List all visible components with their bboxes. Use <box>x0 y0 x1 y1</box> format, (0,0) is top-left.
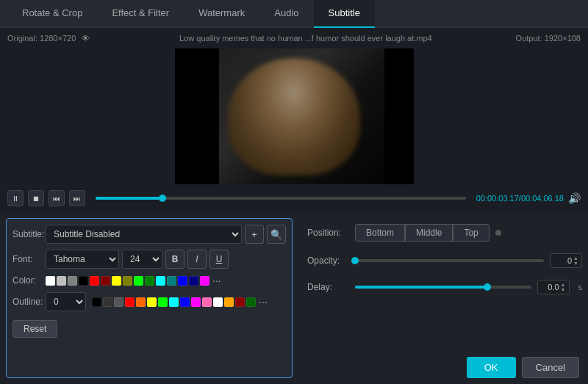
time-display: 00:00:03.17/00:04:06.18 <box>476 194 564 203</box>
cancel-button[interactable]: Cancel <box>522 357 579 378</box>
color-swatch[interactable] <box>112 276 121 286</box>
delay-thumb <box>484 283 491 291</box>
outline-label: Outline: <box>12 297 46 307</box>
opacity-row: Opacity: 0 ▲ ▼ <box>307 253 582 268</box>
delay-label: Delay: <box>307 282 355 292</box>
color-swatch[interactable] <box>79 276 88 286</box>
outline-color-swatch[interactable] <box>191 297 201 307</box>
reset-button[interactable]: Reset <box>12 320 57 338</box>
color-swatch[interactable] <box>200 276 209 286</box>
position-top-button[interactable]: Top <box>453 224 489 242</box>
ok-button[interactable]: OK <box>467 357 516 378</box>
color-swatch[interactable] <box>134 276 143 286</box>
outline-color-swatch[interactable] <box>125 297 135 307</box>
color-swatch[interactable] <box>156 276 165 286</box>
outline-color-swatch[interactable] <box>213 297 223 307</box>
opacity-arrows[interactable]: ▲ ▼ <box>573 256 578 266</box>
video-inner <box>175 48 414 184</box>
video-right-bar <box>384 48 414 184</box>
search-icon: 🔍 <box>270 229 282 240</box>
opacity-thumb <box>351 257 359 264</box>
font-label: Font: <box>12 254 46 264</box>
position-btn-group: Bottom Middle Top <box>355 224 490 242</box>
preview-bar: Original: 1280×720 👁 Low quality memes t… <box>0 28 588 48</box>
opacity-down-arrow[interactable]: ▼ <box>573 261 578 266</box>
opacity-slider-container: 0 ▲ ▼ <box>355 253 582 268</box>
font-row: Font: Tahoma 24 B I U <box>12 250 286 269</box>
position-bottom-button[interactable]: Bottom <box>355 224 405 242</box>
outline-color-swatch[interactable] <box>235 297 245 307</box>
progress-fill <box>96 197 162 200</box>
outline-color-swatch[interactable] <box>158 297 168 307</box>
opacity-slider[interactable] <box>355 259 544 262</box>
outline-color-swatch[interactable] <box>114 297 123 307</box>
outline-color-swatch[interactable] <box>169 297 179 307</box>
position-label: Position: <box>307 228 355 238</box>
outline-color-swatch[interactable] <box>136 297 146 307</box>
opacity-label: Opacity: <box>307 256 355 266</box>
color-swatch[interactable] <box>189 276 198 286</box>
color-swatch[interactable] <box>90 276 99 286</box>
volume-icon[interactable]: 🔊 <box>568 192 581 204</box>
output-size-label: Output: 1920×108 <box>516 34 581 43</box>
subtitle-select[interactable]: Subtitle Disabled <box>46 225 242 244</box>
delay-up-arrow[interactable]: ▲ <box>561 282 566 287</box>
video-frame <box>175 48 414 184</box>
outline-color-swatch[interactable] <box>92 297 101 307</box>
delay-fill <box>355 286 487 289</box>
more-colors-button[interactable]: ··· <box>212 275 221 286</box>
delay-slider[interactable] <box>355 286 531 289</box>
subtitle-label: Subtitle: <box>12 229 46 239</box>
color-swatch[interactable] <box>101 276 110 286</box>
outline-row: Outline: 0 <box>12 292 286 311</box>
outline-select[interactable]: 0 <box>46 292 86 311</box>
font-size-select[interactable]: 24 <box>122 250 162 269</box>
delay-down-arrow[interactable]: ▼ <box>561 287 566 292</box>
next-button[interactable]: ⏭ <box>69 190 85 206</box>
position-row: Position: Bottom Middle Top <box>307 224 582 242</box>
outline-color-swatch[interactable] <box>103 297 112 307</box>
color-swatch[interactable] <box>145 276 154 286</box>
tab-rotate-crop[interactable]: Rotate & Crop <box>7 0 97 28</box>
color-swatch[interactable] <box>123 276 132 286</box>
delay-slider-container: 0.0 ▲ ▼ s <box>355 280 582 294</box>
tab-effect-filter[interactable]: Effect & Filter <box>97 0 184 28</box>
color-swatch[interactable] <box>46 276 55 286</box>
eye-icon[interactable]: 👁 <box>82 34 90 43</box>
stop-button[interactable]: ⏹ <box>28 190 44 206</box>
underline-button[interactable]: U <box>209 250 229 269</box>
color-swatches: ··· <box>46 275 221 286</box>
opacity-value-box: 0 ▲ ▼ <box>550 253 582 268</box>
color-label: Color: <box>12 275 46 286</box>
opacity-value: 0 <box>553 256 572 265</box>
font-name-select[interactable]: Tahoma <box>46 250 119 269</box>
delay-arrows[interactable]: ▲ ▼ <box>561 282 566 292</box>
prev-button[interactable]: ⏮ <box>49 190 65 206</box>
progress-bar[interactable] <box>96 197 466 200</box>
tab-subtitle[interactable]: Subtitle <box>314 0 375 28</box>
more-outline-colors-button[interactable]: ··· <box>259 296 268 308</box>
position-middle-button[interactable]: Middle <box>405 224 453 242</box>
color-swatch[interactable] <box>57 276 66 286</box>
search-subtitle-button[interactable]: 🔍 <box>267 225 286 244</box>
color-swatch[interactable] <box>167 276 176 286</box>
font-input-group: Tahoma 24 B I U <box>46 250 286 269</box>
color-swatch[interactable] <box>178 276 187 286</box>
delay-unit: s <box>578 283 583 291</box>
italic-button[interactable]: I <box>187 250 207 269</box>
pause-button[interactable]: ⏸ <box>7 190 24 206</box>
outline-color-swatch[interactable] <box>147 297 157 307</box>
action-bar: OK Cancel <box>458 351 588 384</box>
tab-audio[interactable]: Audio <box>259 0 313 28</box>
add-subtitle-button[interactable]: + <box>245 225 264 244</box>
outline-color-swatch[interactable] <box>202 297 212 307</box>
tab-watermark[interactable]: Watermark <box>184 0 259 28</box>
outline-color-swatch[interactable] <box>224 297 234 307</box>
outline-color-swatch[interactable] <box>180 297 190 307</box>
opacity-up-arrow[interactable]: ▲ <box>573 256 578 261</box>
subtitle-row: Subtitle: Subtitle Disabled + 🔍 <box>12 225 286 244</box>
color-row: Color: ··· <box>12 275 286 286</box>
color-swatch[interactable] <box>68 276 77 286</box>
bold-button[interactable]: B <box>165 250 184 269</box>
outline-color-swatch[interactable] <box>246 297 256 307</box>
